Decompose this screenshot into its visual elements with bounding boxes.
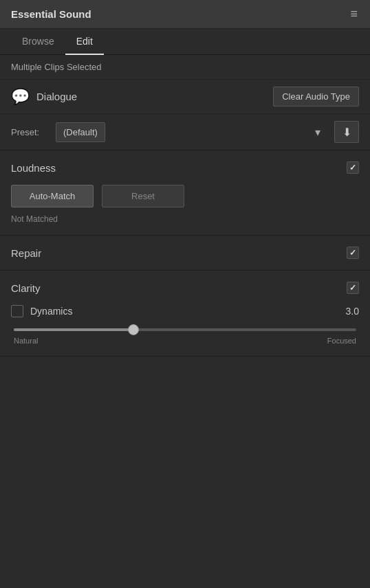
essential-sound-panel: Essential Sound ≡ Browse Edit Multiple C… — [0, 0, 370, 588]
loudness-status: Not Matched — [11, 214, 359, 224]
dynamics-slider-container: Natural Focused — [11, 328, 359, 345]
audio-type-row: 💬 Dialogue Clear Audio Type — [0, 80, 370, 114]
tab-bar: Browse Edit — [0, 29, 370, 55]
dynamics-checkbox[interactable] — [11, 305, 23, 317]
audio-type-name: Dialogue — [36, 91, 77, 102]
repair-checkbox[interactable] — [347, 247, 359, 259]
tab-browse[interactable]: Browse — [11, 29, 65, 55]
download-icon: ⬇ — [342, 126, 351, 139]
panel-header: Essential Sound ≡ — [0, 0, 370, 29]
dynamics-row: Dynamics 3.0 — [11, 305, 359, 317]
clarity-section: Clarity Dynamics 3.0 Natural Focused — [0, 271, 370, 357]
dynamics-slider-track[interactable] — [14, 328, 356, 331]
reset-button[interactable]: Reset — [102, 185, 184, 207]
clear-audio-type-button[interactable]: Clear Audio Type — [273, 87, 359, 106]
preset-select[interactable]: (Default) — [56, 122, 105, 142]
clarity-title: Clarity — [11, 282, 41, 294]
clips-selected-bar: Multiple Clips Selected — [0, 55, 370, 80]
preset-download-button[interactable]: ⬇ — [334, 121, 359, 143]
dynamics-slider-thumb[interactable] — [128, 324, 139, 335]
dynamics-label: Dynamics — [30, 306, 72, 317]
menu-icon[interactable]: ≡ — [350, 7, 359, 21]
loudness-checkbox[interactable] — [347, 161, 359, 174]
clarity-checkbox[interactable] — [347, 282, 359, 294]
dynamics-left: Dynamics — [11, 305, 72, 317]
auto-match-button[interactable]: Auto-Match — [11, 185, 94, 207]
repair-section: Repair — [0, 236, 370, 271]
dynamics-slider-labels: Natural Focused — [14, 337, 356, 345]
loudness-header: Loudness — [11, 161, 359, 174]
dynamics-slider-fill — [14, 328, 133, 331]
clips-selected-text: Multiple Clips Selected — [11, 62, 102, 72]
loudness-buttons: Auto-Match Reset — [11, 185, 359, 207]
audio-type-left: 💬 Dialogue — [11, 88, 77, 106]
preset-label: Preset: — [11, 127, 49, 137]
loudness-controls: Auto-Match Reset Not Matched — [11, 185, 359, 224]
clarity-header: Clarity — [11, 282, 359, 294]
dynamics-value: 3.0 — [346, 306, 359, 317]
tab-edit[interactable]: Edit — [65, 29, 104, 55]
repair-header: Repair — [11, 247, 359, 259]
loudness-title: Loudness — [11, 162, 56, 174]
dialogue-icon: 💬 — [11, 88, 30, 106]
slider-label-left: Natural — [14, 337, 38, 345]
repair-title: Repair — [11, 247, 41, 259]
preset-row: Preset: (Default) ⬇ — [0, 114, 370, 150]
panel-title: Essential Sound — [11, 8, 91, 20]
slider-label-right: Focused — [327, 337, 356, 345]
preset-select-wrapper: (Default) — [56, 122, 327, 142]
loudness-section: Loudness Auto-Match Reset Not Matched — [0, 150, 370, 236]
